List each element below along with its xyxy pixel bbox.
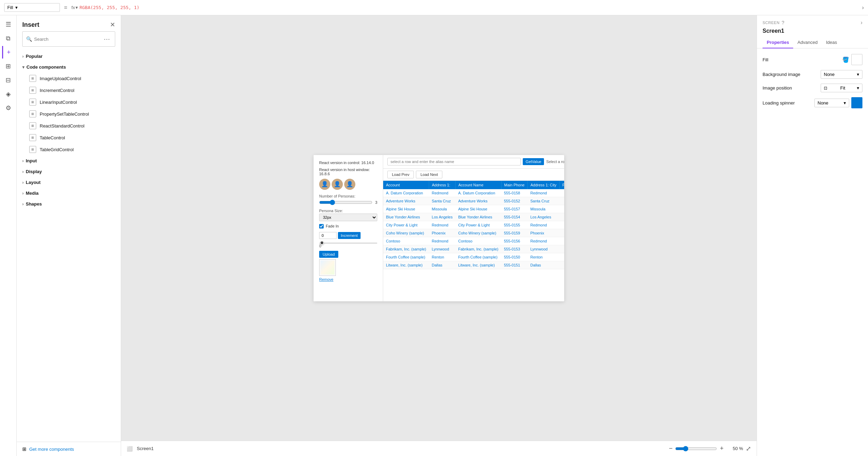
spinner-color-box[interactable] bbox=[851, 97, 862, 108]
personas-slider[interactable] bbox=[319, 200, 372, 205]
tab-properties[interactable]: Properties bbox=[763, 37, 793, 48]
hamburger-icon[interactable]: ☰ bbox=[2, 18, 15, 31]
section-display[interactable]: › Display bbox=[17, 166, 121, 177]
fx-label[interactable]: fx ▾ bbox=[71, 5, 78, 10]
item-table-control[interactable]: ⊞ TableControl bbox=[17, 132, 121, 144]
fill-dropdown[interactable]: Fill ▾ bbox=[4, 3, 60, 12]
table-row[interactable]: Litware, Inc. (sample) Dallas Litware, I… bbox=[383, 261, 564, 269]
equals-sign: = bbox=[64, 5, 67, 11]
table-row[interactable]: Fabrikam, Inc. (sample) Lynnwood Fabrika… bbox=[383, 245, 564, 253]
col-account-name: Account Name bbox=[455, 181, 501, 189]
section-popular[interactable]: › Popular bbox=[17, 51, 121, 62]
spinner-controls: None ▾ bbox=[814, 97, 862, 108]
table-row[interactable]: Contoso Redmond Contoso 555-0156 Redmond bbox=[383, 237, 564, 245]
insert-icon[interactable]: + bbox=[2, 46, 15, 59]
item-label: ReactStandardControl bbox=[40, 123, 85, 129]
cell-address: Missoula bbox=[429, 205, 456, 213]
settings-icon[interactable]: ⚙ bbox=[2, 102, 15, 114]
collapse-right-icon[interactable]: › bbox=[862, 5, 864, 11]
cell-account: Fourth Coffee (sample) bbox=[383, 253, 429, 261]
variables-icon[interactable]: ⊟ bbox=[2, 74, 15, 86]
bg-image-label: Background image bbox=[763, 72, 800, 77]
personas-label: Number of Personas: bbox=[319, 194, 377, 198]
more-options-icon[interactable]: ⋯ bbox=[102, 34, 111, 44]
get-more-components[interactable]: ⊞ Get more components bbox=[17, 442, 121, 456]
top-bar: Fill ▾ = fx ▾ › bbox=[0, 0, 868, 15]
load-next-button[interactable]: Load Next bbox=[416, 171, 442, 178]
table-row[interactable]: Adventure Works Santa Cruz Adventure Wor… bbox=[383, 197, 564, 205]
fill-color-box[interactable] bbox=[851, 54, 862, 65]
table-row[interactable]: Fourth Coffee (sample) Renton Fourth Cof… bbox=[383, 253, 564, 261]
zoom-in-button[interactable]: + bbox=[720, 445, 724, 452]
section-layout-label: Layout bbox=[26, 180, 41, 185]
fade-in-checkbox[interactable] bbox=[319, 224, 324, 229]
cell-city: Redmond bbox=[528, 221, 560, 229]
cell-account: Coho Winery (sample) bbox=[383, 229, 429, 237]
col-primary: Prima... bbox=[559, 181, 564, 189]
bg-image-dropdown[interactable]: None ▾ bbox=[821, 70, 862, 79]
spinner-dropdown[interactable]: None ▾ bbox=[814, 99, 849, 107]
fx-text: fx bbox=[71, 5, 75, 10]
help-icon[interactable]: ? bbox=[782, 20, 784, 25]
formula-input[interactable] bbox=[79, 5, 859, 10]
persona-size-select[interactable]: 32px 24px 48px bbox=[319, 214, 377, 221]
data-table: Account Address 1: Account Name Main Pho… bbox=[383, 181, 564, 269]
zoom-out-button[interactable]: − bbox=[669, 445, 673, 452]
tab-ideas[interactable]: Ideas bbox=[822, 37, 841, 48]
layers-icon[interactable]: ⧉ bbox=[2, 32, 15, 45]
upload-button[interactable]: Upload bbox=[319, 251, 338, 258]
table-row[interactable]: City Power & Light Redmond City Power & … bbox=[383, 221, 564, 229]
table-row[interactable]: Blue Yonder Airlines Los Angeles Blue Yo… bbox=[383, 213, 564, 221]
table-row[interactable]: Alpine Ski House Missoula Alpine Ski Hou… bbox=[383, 205, 564, 213]
props-body: Fill 🪣 Background image None ▾ Image pos… bbox=[757, 48, 868, 114]
collapse-icon[interactable]: › bbox=[861, 20, 862, 26]
screen-tab[interactable]: Screen1 bbox=[137, 446, 153, 451]
expand-button[interactable]: ⤢ bbox=[746, 445, 751, 453]
cell-account: City Power & Light bbox=[383, 221, 429, 229]
load-prev-button[interactable]: Load Prev bbox=[387, 171, 414, 178]
select-row-message: Select a row first bbox=[546, 160, 564, 164]
cell-city: Redmond bbox=[528, 237, 560, 245]
img-pos-dropdown[interactable]: ⊡ Fit ▾ bbox=[821, 84, 862, 92]
item-image-upload[interactable]: ⊞ ImageUploadControl bbox=[17, 72, 121, 84]
close-button[interactable]: ✕ bbox=[110, 21, 115, 29]
col-city: Address 1: City bbox=[528, 181, 560, 189]
item-property-set[interactable]: ⊞ PropertySetTableControl bbox=[17, 108, 121, 120]
tab-advanced[interactable]: Advanced bbox=[793, 37, 822, 48]
code-icon[interactable]: ◈ bbox=[2, 88, 15, 100]
item-react-standard[interactable]: ⊞ ReactStandardControl bbox=[17, 120, 121, 132]
get-value-button[interactable]: GetValue bbox=[523, 158, 544, 165]
cell-account-name: Adventure Works bbox=[455, 197, 501, 205]
section-layout[interactable]: › Layout bbox=[17, 177, 121, 188]
item-table-grid[interactable]: ⊞ TableGridControl bbox=[17, 144, 121, 155]
zoom-slider[interactable] bbox=[675, 446, 717, 451]
table-row[interactable]: A. Datum Corporation Redmond A. Datum Co… bbox=[383, 189, 564, 197]
section-shapes[interactable]: › Shapes bbox=[17, 199, 121, 209]
progress-row: 0 bbox=[319, 242, 377, 248]
progress-thumb[interactable] bbox=[320, 241, 324, 245]
paint-bucket-icon[interactable]: 🪣 bbox=[842, 56, 849, 63]
increment-input[interactable] bbox=[319, 232, 337, 239]
database-icon[interactable]: ⊞ bbox=[2, 60, 15, 72]
increment-button[interactable]: Increment bbox=[338, 232, 361, 239]
component-icon: ⊞ bbox=[29, 87, 36, 94]
cell-phone: 555-0153 bbox=[501, 245, 528, 253]
cell-phone: 555-0152 bbox=[501, 197, 528, 205]
section-media[interactable]: › Media bbox=[17, 188, 121, 199]
item-linear-input[interactable]: ⊞ LinearInputControl bbox=[17, 96, 121, 108]
version-host-label: React version in host window: 16.8.6 bbox=[319, 168, 377, 176]
main-layout: ☰ ⧉ + ⊞ ⊟ ◈ ⚙ Insert ✕ 🔍 ⋯ › Popular ▾ C… bbox=[0, 15, 868, 456]
alias-input[interactable] bbox=[387, 158, 521, 165]
search-input[interactable] bbox=[34, 37, 100, 42]
section-input[interactable]: › Input bbox=[17, 155, 121, 166]
section-code-components[interactable]: ▾ Code components bbox=[17, 62, 121, 72]
cell-address: Lynnwood bbox=[429, 245, 456, 253]
table-row[interactable]: Coho Winery (sample) Phoenix Coho Winery… bbox=[383, 229, 564, 237]
remove-button[interactable]: Remove bbox=[319, 277, 333, 281]
cell-address: Phoenix bbox=[429, 229, 456, 237]
item-increment[interactable]: ⊞ IncrementControl bbox=[17, 84, 121, 96]
item-label: LinearInputControl bbox=[40, 100, 77, 105]
cell-city: Dallas bbox=[528, 261, 560, 269]
cell-city: Renton bbox=[528, 253, 560, 261]
cell-address: Redmond bbox=[429, 237, 456, 245]
